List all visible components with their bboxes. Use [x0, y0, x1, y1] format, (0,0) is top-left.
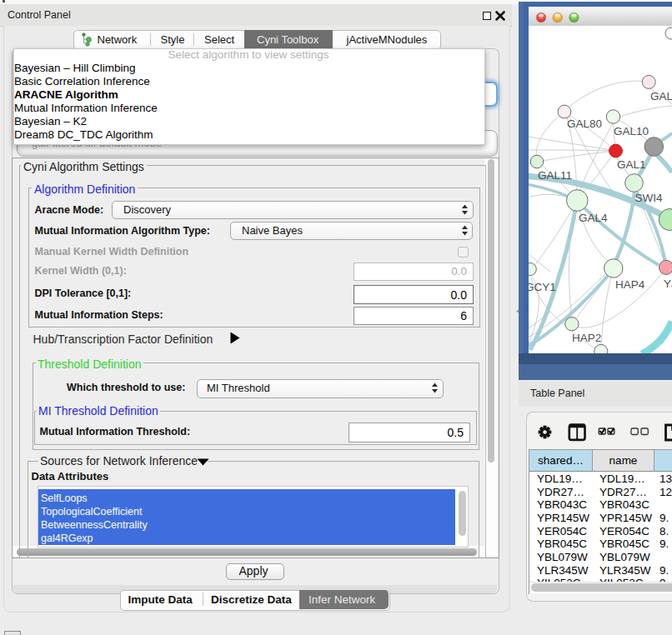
svg-text:GAL10: GAL10	[614, 125, 649, 138]
svg-text:HAP4: HAP4	[615, 278, 645, 291]
svg-text:SWI4: SWI4	[635, 192, 663, 204]
svg-text:GAL80: GAL80	[567, 118, 602, 130]
svg-text:YJ: YJ	[664, 278, 672, 290]
svg-text:GAL11: GAL11	[538, 169, 572, 182]
svg-text:GAL4: GAL4	[579, 212, 608, 224]
svg-text:GAL7: GAL7	[650, 90, 672, 102]
svg-text:GAL1: GAL1	[617, 158, 646, 171]
svg-text:GCY1: GCY1	[529, 281, 556, 293]
svg-text:HAP2: HAP2	[572, 332, 601, 344]
